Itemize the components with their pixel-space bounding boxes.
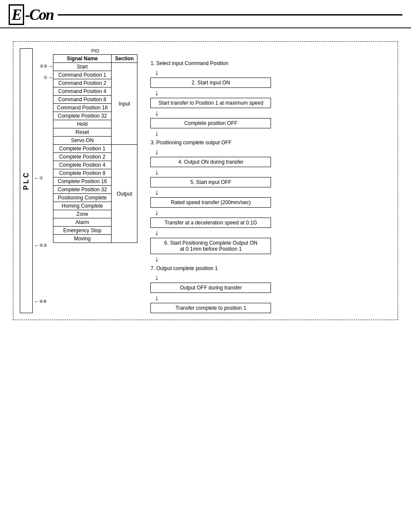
signal-cmd16: Command Position 16: [53, 104, 112, 112]
signal-cmd8: Command Position 8: [53, 96, 112, 104]
flow-arrow-5: ↓: [150, 147, 159, 157]
arrow-num-53: ⑤③: [39, 243, 47, 248]
arrow-empty-4: [34, 116, 53, 128]
arrow-empty-9: [34, 184, 53, 195]
logo-text: -Con: [25, 6, 53, 23]
signal-reset: Reset: [53, 128, 112, 137]
flow-step-3: 3. Positioning complete output OFF: [150, 138, 271, 147]
flow-box-complete-off: Complete position OFF: [150, 118, 271, 128]
arrow-right-icon: →: [47, 63, 53, 69]
flow-arrow-7: ↓: [150, 187, 159, 197]
flow-step-1: 1. Select input Command Position: [150, 59, 271, 68]
logo-e-letter: E: [9, 4, 24, 25]
flow-box-output-off: Output OFF during transfer: [150, 283, 271, 293]
arrow-left-icon-1: ←: [34, 175, 39, 181]
table-row: Start Input: [53, 63, 137, 71]
signal-complete-pos4: Complete Position 4: [53, 161, 112, 169]
flow-arrow-11: ↓: [150, 273, 159, 283]
flow-arrow-8: ↓: [150, 208, 159, 218]
arrow-start: ②⑤ →: [34, 60, 53, 72]
flow-box-transfer: Start transfer to Position 1 at maximum …: [150, 98, 271, 108]
signal-servo-on: Servo ON: [53, 137, 112, 145]
arrow-pos-complete: ← ⑤③: [34, 240, 53, 251]
flow-arrow-4: ↓: [150, 128, 159, 138]
flow-arrow-2: ↓: [150, 88, 159, 98]
table-row: Complete Position 1 Output: [53, 145, 137, 153]
flow-arrow-1: ↓: [150, 68, 159, 78]
arrow-complete1: ← ⑦: [34, 172, 53, 184]
arrow-num-46: ④⑥: [39, 299, 47, 304]
arrows-table-wrapper: ②⑤ → ① →: [34, 48, 137, 313]
signal-complete32: Complete Position 32: [53, 112, 112, 120]
arrow-empty-3: [34, 105, 53, 116]
arrow-empty-15: [34, 262, 53, 273]
arrow-empty-1: [34, 83, 53, 94]
pio-table: Signal Name Section Start Input Com: [53, 54, 137, 243]
flow-box-4: 4. Output ON during transfer: [150, 157, 271, 167]
section-input: Input: [112, 63, 137, 145]
arrow-empty-12: [34, 217, 53, 228]
plc-label: PLC: [20, 48, 33, 313]
signal-moving: Moving: [53, 235, 112, 243]
left-section: PLC ②⑤ → ① →: [20, 48, 137, 313]
arrow-empty-8: [34, 161, 53, 172]
arrow-empty-13: [34, 228, 53, 240]
arrow-empty-7: [34, 150, 53, 161]
flow-box-6: 6. Start Positioning Complete Output ON …: [150, 238, 271, 254]
arrow-num-25: ②⑤: [40, 64, 47, 68]
signal-zone: Zone: [53, 210, 112, 218]
arrow-right-icon-2: →: [47, 74, 53, 81]
signal-homing-complete: Homing Complete: [53, 202, 112, 210]
flow-arrow-3: ↓: [150, 108, 159, 118]
arrow-left-icon-2: ←: [34, 242, 39, 249]
signal-cmd2: Command Position 2: [53, 79, 112, 87]
flow-arrow-6: ↓: [150, 167, 159, 177]
signal-alarm: Alarm: [53, 218, 112, 227]
arrow-column: ②⑤ → ① →: [34, 48, 53, 313]
right-section: 1. Select input Command Position ↓ 2. St…: [146, 48, 391, 313]
flow-box-rated: Rated speed transfer (200mm/sec): [150, 197, 271, 208]
flow-step-7: 7. Output complete position 1: [150, 264, 271, 273]
pio-section: PIO Signal Name Section Start: [53, 48, 137, 313]
pio-label: PIO: [53, 48, 137, 53]
signal-emergency-stop: Emergency Stop: [53, 227, 112, 235]
arrow-empty-11: [34, 206, 53, 217]
signal-complete-pos16: Complete Position 16: [53, 177, 112, 186]
flow-box-decel: Transfer at a deceleration speed at 0.1G: [150, 218, 271, 228]
signal-cmd4: Command Position 4: [53, 87, 112, 96]
flow-arrow-10: ↓: [150, 254, 159, 264]
arrow-num-7: ⑦: [39, 176, 43, 180]
arrow-empty-17: [34, 284, 53, 296]
arrow-cmd1: ① →: [34, 72, 53, 83]
page-header: E-Con: [0, 0, 411, 28]
signal-positioning-complete: Positioning Complete: [53, 194, 112, 202]
arrow-empty-16: [34, 273, 53, 284]
arrow-empty-5: [34, 128, 53, 139]
arrow-left-icon-3: ←: [34, 298, 39, 305]
diagram-container: PLC ②⑤ → ① →: [13, 41, 398, 320]
signal-start: Start: [53, 63, 112, 71]
arrow-empty-14: [34, 251, 53, 262]
flow-arrow-9: ↓: [150, 228, 159, 238]
arrow-empty-6: [34, 139, 53, 150]
flow-box-transfer-complete: Transfer complete to position 1: [150, 303, 271, 313]
arrow-num-1: ①: [44, 75, 47, 80]
flow-box-5: 5. Start input OFF: [150, 177, 271, 187]
col-section: Section: [112, 55, 137, 63]
col-signal-name: Signal Name: [53, 55, 112, 63]
signal-complete-pos1: Complete Position 1: [53, 145, 112, 153]
signal-complete-pos2: Complete Position 2: [53, 153, 112, 161]
arrow-empty-2: [34, 94, 53, 105]
arrow-moving: ← ④⑥: [34, 296, 53, 307]
flow-box-2: 2. Start input ON: [150, 78, 271, 88]
arrow-empty-10: [34, 195, 53, 206]
signal-hold: Hold: [53, 120, 112, 128]
signal-complete-pos8: Complete Position 8: [53, 169, 112, 177]
section-output: Output: [112, 145, 137, 243]
flow-arrow-12: ↓: [150, 293, 159, 303]
signal-cmd1: Command Position 1: [53, 71, 112, 79]
signal-complete-pos32: Complete Position 32: [53, 186, 112, 194]
header-divider: [58, 14, 402, 16]
company-logo: E-Con: [9, 4, 53, 25]
main-content: PLC ②⑤ → ① →: [0, 28, 411, 329]
